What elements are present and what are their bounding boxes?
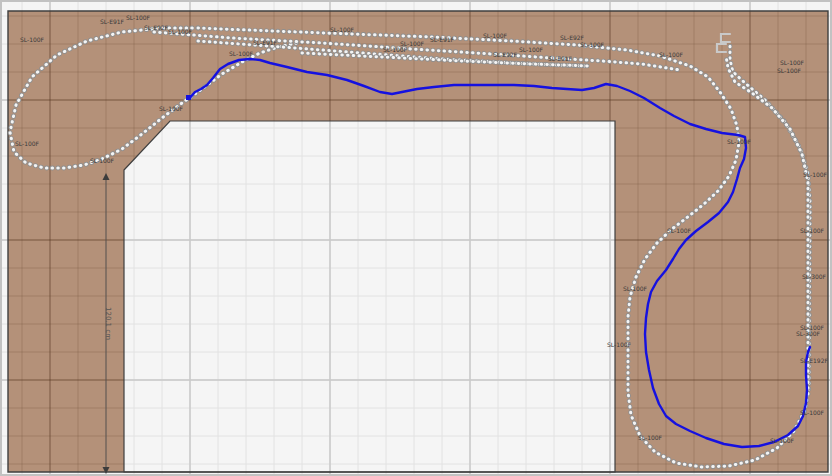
- track-label: SL-100F: [667, 227, 692, 234]
- track-label: SL-100F: [519, 46, 544, 53]
- track-label: SL-E92F: [560, 34, 585, 41]
- track-label: SL-100F: [159, 105, 184, 112]
- track-label: SL-100F: [580, 41, 605, 48]
- layout-canvas[interactable]: 120.1 cm SL-100FSL-E91FSL-100FSL-E92FSL-…: [2, 2, 832, 476]
- track-label: SL-100F: [803, 171, 828, 178]
- track-label: SL-100F: [126, 14, 151, 21]
- track-label: SL-100F: [800, 227, 825, 234]
- track-label: SL-E91F: [100, 18, 125, 25]
- app-window: 120.1 cm SL-100FSL-E91FSL-100FSL-E92FSL-…: [0, 0, 832, 476]
- track-label: SL-E91F: [430, 36, 455, 43]
- track-label: SL-100F: [607, 341, 632, 348]
- track-label: SL-100F: [770, 437, 795, 444]
- dimension-label: 120.1 cm: [104, 307, 112, 340]
- track-label: SL-100F: [229, 50, 254, 57]
- track-label: SL-100F: [777, 67, 802, 74]
- track-label: SL-100F: [90, 157, 115, 164]
- track-label: SL-100F: [168, 28, 193, 35]
- track-label: SL-100F: [727, 138, 752, 145]
- track-label: SL-E92F: [493, 51, 518, 58]
- track-label: SL-E91F: [253, 39, 278, 46]
- track-label: SL-100F: [20, 36, 45, 43]
- track-label: SL-100F: [780, 59, 805, 66]
- route-endpoint-marker[interactable]: [186, 95, 191, 100]
- track-label: SL-100F: [383, 46, 408, 53]
- track-label: SL-100F: [483, 32, 508, 39]
- track-label: SL-300F: [802, 273, 827, 280]
- track-label: SL-100F: [15, 140, 40, 147]
- track-label: SL-100F: [623, 285, 648, 292]
- track-label: SL-E92F: [144, 24, 169, 31]
- track-label: SL-E91F: [548, 55, 573, 62]
- track-label: SL-300F: [796, 330, 821, 337]
- track-label: SL-100F: [659, 51, 684, 58]
- track-label: SL-E192F: [800, 357, 828, 364]
- track-label: SL-100F: [800, 409, 825, 416]
- track-label: SL-100F: [638, 434, 663, 441]
- track-label: SL-100F: [330, 26, 355, 33]
